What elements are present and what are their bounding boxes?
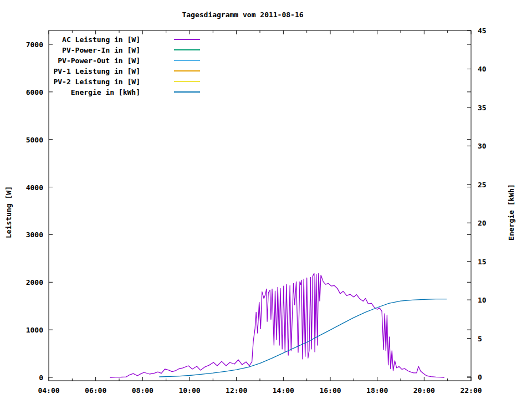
x-tick-label: 22:00	[460, 386, 482, 395]
legend-line-sample	[174, 49, 200, 50]
y2-tick-label: 0	[478, 373, 482, 381]
x-tick-label: 14:00	[273, 386, 294, 395]
y2-tick-label: 15	[478, 257, 487, 265]
x-tick-label: 16:00	[319, 386, 341, 395]
y-tick-label: 4000	[0, 183, 43, 191]
y2-tick-label: 25	[478, 180, 487, 188]
gnuplot-chart: Tagesdiagramm vom 2011-08-16 Leistung [W…	[0, 0, 532, 399]
y2-tick-label: 35	[478, 103, 487, 111]
x-tick-label: 08:00	[132, 386, 154, 395]
y-tick-label: 1000	[0, 326, 43, 334]
legend-label: PV-2 Leistung in [W]	[0, 78, 140, 86]
legend-line-sample	[174, 70, 200, 71]
x-tick-label: 04:00	[38, 386, 59, 395]
legend-label: Energie in [kWh]	[0, 88, 140, 96]
legend-label: PV-Power-In in [W]	[0, 46, 140, 54]
legend-line-sample	[174, 91, 200, 93]
legend-line-sample	[174, 39, 200, 40]
legend-label: PV-1 Leistung in [W]	[0, 67, 140, 75]
x-tick-label: 20:00	[413, 386, 435, 395]
x-tick-label: 18:00	[366, 386, 388, 395]
y2-tick-label: 40	[478, 65, 487, 73]
y2-tick-label: 45	[478, 27, 487, 35]
series-line	[110, 273, 444, 377]
y2-tick-label: 20	[478, 219, 487, 227]
y2-axis-label: Energie [kWh]	[507, 184, 515, 241]
legend-label: AC Leistung in [W]	[0, 35, 140, 44]
y2-tick-label: 30	[478, 142, 487, 150]
y2-tick-label: 10	[478, 296, 487, 304]
y-tick-label: 0	[0, 374, 43, 382]
legend-label: PV-Power-Out in [W]	[0, 57, 140, 65]
chart-title: Tagesdiagramm vom 2011-08-16	[49, 11, 437, 19]
y2-tick-label: 5	[478, 334, 482, 342]
y-tick-label: 3000	[0, 231, 43, 239]
legend-line-sample	[174, 60, 200, 61]
legend-line-sample	[174, 81, 200, 82]
y-tick-label: 2000	[0, 278, 43, 287]
y-tick-label: 5000	[0, 135, 43, 144]
x-tick-label: 06:00	[85, 386, 106, 395]
x-tick-label: 12:00	[226, 386, 247, 395]
x-tick-label: 10:00	[178, 386, 200, 395]
